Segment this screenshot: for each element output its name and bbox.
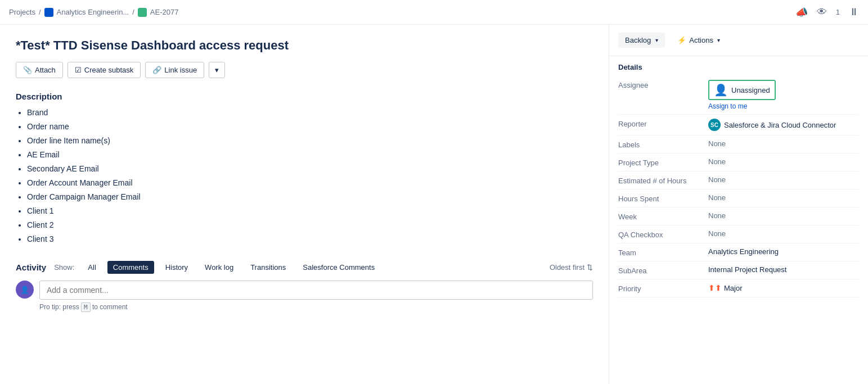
priority-value: ⬆⬆ Major [708,283,859,292]
details-title: Details [618,56,859,76]
megaphone-icon[interactable]: 📣 [795,6,808,19]
estimated-hours-value: None [708,175,859,184]
subtask-icon: ☑ [75,66,82,74]
labels-row: Labels None [618,135,859,153]
backlog-chevron: ▾ [655,37,658,43]
assignee-value: Unassigned [731,86,770,94]
description-section: Description BrandOrder nameOrder line It… [16,92,593,245]
pause-icon[interactable]: ⏸ [849,6,859,18]
link-icon: 🔗 [152,66,161,74]
activity-section: Activity Show: All Comments History Work… [16,261,593,311]
top-bar: Projects / Analytics Engineerin... / AE-… [0,0,868,25]
qa-checkbox-value: None [708,229,859,238]
priority-label: Priority [618,283,708,293]
link-issue-button[interactable]: 🔗 Link issue [145,62,204,78]
breadcrumb-issue-id[interactable]: AE-2077 [150,8,179,16]
description-item: Client 1 [27,205,593,217]
reporter-value: SC Salesforce & Jira Cloud Connector [708,119,859,131]
left-panel: *Test* TTD Sisense Dashboard access requ… [0,25,609,384]
project-type-value: None [708,157,859,166]
week-label: Week [618,211,708,221]
description-item: Secondary AE Email [27,163,593,175]
team-value: Analytics Engineering [708,247,859,256]
subarea-label: SubArea [618,265,708,275]
eye-icon[interactable]: 👁 [817,6,827,18]
filter-comments[interactable]: Comments [107,261,154,274]
breadcrumb: Projects / Analytics Engineerin... / AE-… [9,8,178,17]
link-label: Link issue [164,66,197,74]
assignee-label: Assignee [618,80,708,89]
breadcrumb-project[interactable]: Analytics Engineerin... [57,8,129,16]
labels-label: Labels [618,139,708,149]
reporter-avatar: SC [708,119,721,131]
issue-title: *Test* TTD Sisense Dashboard access requ… [16,38,593,53]
week-value: None [708,211,859,220]
description-item: Brand [27,107,593,119]
assign-to-me-link[interactable]: Assign to me [708,102,776,110]
actions-label: Actions [689,36,713,44]
right-header: Backlog ▾ ⚡ Actions ▾ [609,25,868,56]
actions-icon: ⚡ [677,36,686,44]
reporter-row: Reporter SC Salesforce & Jira Cloud Conn… [618,115,859,135]
filter-worklog[interactable]: Work log [199,261,239,274]
labels-value: None [708,139,859,148]
backlog-label: Backlog [625,36,651,44]
description-item: Order line Item name(s) [27,135,593,147]
subarea-row: SubArea Internal Project Request [618,261,859,279]
person-icon: 👤 [714,83,728,97]
description-item: Client 2 [27,219,593,231]
filter-transitions[interactable]: Transitions [245,261,291,274]
estimated-hours-label: Estimated # of Hours [618,175,708,185]
activity-header: Activity Show: All Comments History Work… [16,261,593,274]
more-button[interactable]: ▾ [209,62,225,78]
actions-chevron: ▾ [717,37,720,43]
create-subtask-button[interactable]: ☑ Create subtask [68,62,141,78]
assignee-box[interactable]: 👤 Unassigned [708,80,776,100]
priority-row: Priority ⬆⬆ Major [618,279,859,297]
description-title: Description [16,92,593,101]
main-layout: *Test* TTD Sisense Dashboard access requ… [0,25,868,384]
comment-input[interactable] [39,281,593,300]
sort-label: Oldest first [550,263,584,272]
filter-all[interactable]: All [82,261,101,274]
description-item: Order name [27,121,593,133]
eye-count: 1 [836,8,840,16]
sort-button[interactable]: Oldest first ⇅ [550,263,593,272]
description-list: BrandOrder nameOrder line Item name(s)AE… [16,107,593,245]
actions-button[interactable]: ⚡ Actions ▾ [671,33,727,48]
attach-button[interactable]: 📎 Attach [16,62,63,78]
filter-salesforce[interactable]: Salesforce Comments [297,261,380,274]
comment-area: 👤 [16,281,593,300]
top-bar-actions: 📣 👁 1 ⏸ [795,6,859,19]
description-item: Order Account Manager Email [27,177,593,189]
reporter-label: Reporter [618,119,708,128]
details-section: Details Assignee 👤 Unassigned Assign to … [609,56,868,297]
subarea-value: Internal Project Request [708,265,859,274]
analytics-icon [44,8,53,17]
action-buttons: 📎 Attach ☑ Create subtask 🔗 Link issue ▾ [16,62,593,78]
description-item: Client 3 [27,233,593,245]
sort-icon: ⇅ [587,263,593,272]
issue-icon [138,8,147,17]
hours-spent-label: Hours Spent [618,193,708,203]
filter-history[interactable]: History [160,261,194,274]
breadcrumb-projects[interactable]: Projects [9,8,35,16]
shortcut-key: M [81,302,91,312]
attach-icon: 📎 [23,66,32,74]
project-type-label: Project Type [618,157,708,167]
activity-title: Activity [16,263,46,272]
hours-spent-value: None [708,193,859,202]
subtask-label: Create subtask [84,66,133,74]
backlog-button[interactable]: Backlog ▾ [618,33,665,48]
qa-checkbox-row: QA Checkbox None [618,225,859,243]
week-row: Week None [618,207,859,225]
show-label: Show: [54,263,74,272]
estimated-hours-row: Estimated # of Hours None [618,171,859,189]
hours-spent-row: Hours Spent None [618,189,859,207]
assignee-row: Assignee 👤 Unassigned Assign to me [618,76,859,115]
pro-tip: Pro tip: press M to comment [39,303,593,311]
description-item: AE Email [27,149,593,161]
more-icon: ▾ [215,66,219,74]
team-row: Team Analytics Engineering [618,243,859,261]
description-item: Order Campaign Manager Email [27,191,593,203]
